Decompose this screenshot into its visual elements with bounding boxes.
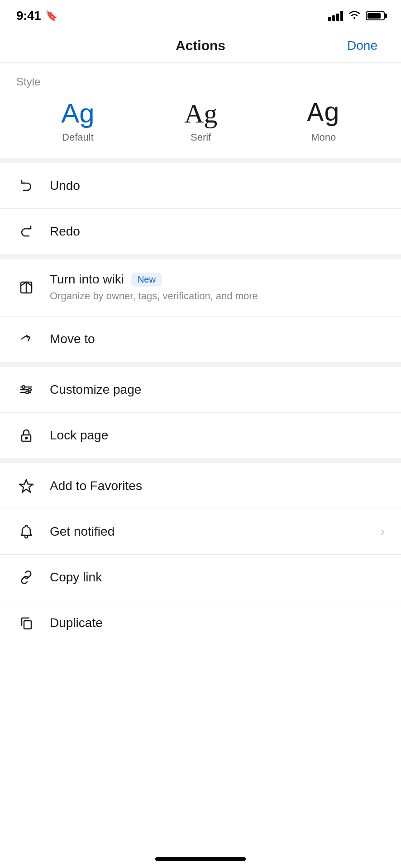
status-time: 9:41 [16,9,41,23]
style-ag-mono: Ag [307,100,340,127]
move-content: Move to [50,332,385,346]
duplicate-content: Duplicate [50,616,385,630]
home-indicator-area [0,646,401,682]
svg-rect-11 [24,621,31,629]
notified-chevron-icon: › [381,524,385,539]
lock-content: Lock page [50,428,385,443]
wifi-icon [348,10,360,22]
notified-label: Get notified [50,524,367,539]
star-icon [16,476,36,496]
svg-point-6 [29,388,31,391]
style-option-serif[interactable]: Ag Serif [184,100,217,143]
copy-link-content: Copy link [50,570,385,585]
copy-link-label: Copy link [50,570,385,585]
home-indicator [155,857,246,861]
section-divider-3 [0,362,401,367]
lock-icon [16,425,36,445]
wiki-sublabel: Organize by owner, tags, verification, a… [50,289,385,303]
section-divider-4 [0,458,401,463]
get-notified-menu-item[interactable]: Get notified › [0,509,401,554]
svg-marker-10 [19,480,33,492]
style-label-default: Default [62,132,94,143]
link-icon [16,567,36,587]
style-option-mono[interactable]: Ag Mono [307,100,340,143]
wiki-badge: New [131,273,162,287]
style-section: Style Ag Default Ag Serif Ag Mono [0,63,401,158]
customize-page-menu-item[interactable]: Customize page [0,367,401,412]
redo-label: Redo [50,224,385,239]
bell-icon [16,522,36,542]
move-to-menu-item[interactable]: Move to [0,316,401,362]
header: Actions Done [0,29,401,63]
page-title: Actions [176,38,225,53]
wiki-content: Turn into wiki New Organize by owner, ta… [50,272,385,303]
move-icon [16,329,36,349]
favorites-content: Add to Favorites [50,479,385,493]
style-label-serif: Serif [191,132,211,143]
section-divider-1 [0,158,401,163]
add-favorites-menu-item[interactable]: Add to Favorites [0,463,401,509]
undo-label: Undo [50,179,385,193]
lock-label: Lock page [50,428,385,443]
style-label-mono: Mono [311,132,336,143]
status-icons [328,10,385,22]
style-ag-serif: Ag [184,100,217,127]
svg-point-9 [25,437,27,439]
status-bar: 9:41 🔖 [0,0,401,29]
svg-point-7 [26,391,29,394]
favorites-label: Add to Favorites [50,479,385,493]
turn-into-wiki-menu-item[interactable]: Turn into wiki New Organize by owner, ta… [0,259,401,316]
undo-content: Undo [50,179,385,193]
done-button[interactable]: Done [340,35,385,57]
redo-menu-item[interactable]: Redo [0,209,401,254]
notified-content: Get notified [50,524,367,539]
undo-menu-item[interactable]: Undo [0,163,401,208]
redo-icon [16,222,36,241]
style-options-group: Ag Default Ag Serif Ag Mono [0,95,401,158]
duplicate-menu-item[interactable]: Duplicate [0,600,401,646]
duplicate-label: Duplicate [50,616,385,630]
wiki-label: Turn into wiki [50,272,124,287]
undo-icon [16,176,36,196]
bookmark-icon: 🔖 [45,10,57,22]
signal-bars-icon [328,11,343,21]
redo-content: Redo [50,224,385,239]
style-ag-default: Ag [61,100,94,127]
style-section-label: Style [0,63,401,95]
customize-content: Customize page [50,382,385,397]
move-label: Move to [50,332,385,346]
svg-point-5 [22,386,25,388]
duplicate-icon [16,613,36,633]
style-option-default[interactable]: Ag Default [61,100,94,143]
copy-link-menu-item[interactable]: Copy link [0,555,401,600]
section-divider-2 [0,254,401,259]
customize-label: Customize page [50,382,385,397]
customize-icon [16,380,36,400]
wiki-icon [16,278,36,297]
lock-page-menu-item[interactable]: Lock page [0,413,401,458]
battery-icon [366,11,385,20]
